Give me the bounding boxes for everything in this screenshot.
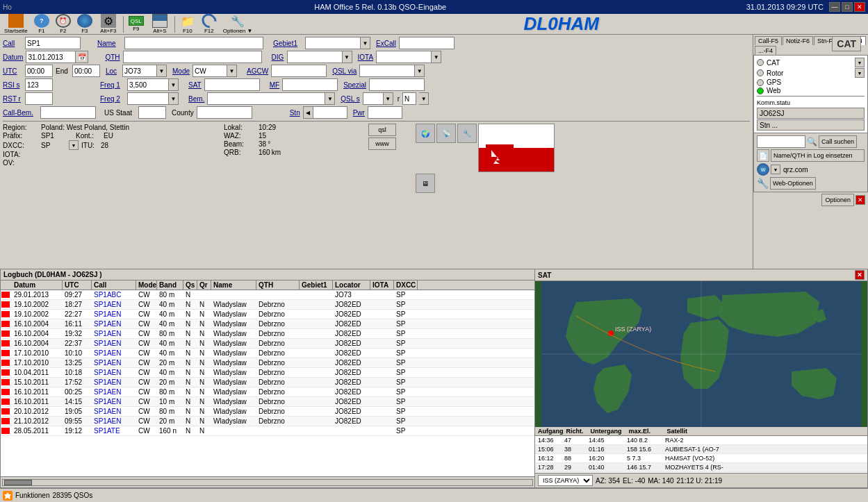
- r-arrow[interactable]: ▼: [419, 92, 429, 105]
- gebiet1-arrow[interactable]: ▼: [361, 37, 370, 49]
- optionen-button[interactable]: 🔧 Optionen ▼: [220, 12, 256, 35]
- pwr-input[interactable]: [368, 106, 402, 119]
- call-search-input[interactable]: [757, 135, 805, 148]
- qth-input[interactable]: [123, 51, 262, 63]
- gebiet1-input[interactable]: [305, 37, 361, 49]
- f12-button[interactable]: F12: [199, 12, 220, 35]
- sat-footer-az: AZ: 354: [596, 477, 620, 485]
- alts-button[interactable]: Alt+S: [147, 12, 172, 35]
- sat-select[interactable]: ISS (ZARYA): [538, 475, 593, 486]
- log-scroll-area[interactable]: 29.01.2013 09:27 SP1ABC CW 80 m N JO73 S…: [1, 290, 534, 476]
- qsl-s-arrow[interactable]: ▼: [384, 92, 393, 105]
- name-qth-button[interactable]: Name/QTH in Log einsetzen: [771, 149, 865, 162]
- utc-input[interactable]: [25, 65, 53, 77]
- callbem-input[interactable]: [40, 106, 96, 119]
- qrz-dropdown[interactable]: ▼: [771, 165, 780, 174]
- bem-arrow[interactable]: ▼: [325, 92, 335, 105]
- altf3-button[interactable]: ⚙ Alt+F3: [96, 12, 121, 35]
- sat-list-item[interactable]: 15:06 38 01:16 158 15.6 AUBIESAT-1 (AO-7: [535, 445, 867, 454]
- minimize-button[interactable]: —: [829, 2, 840, 12]
- call-input[interactable]: [25, 37, 81, 49]
- mode-input[interactable]: [193, 65, 227, 77]
- sat-list-item[interactable]: 14:36 47 14:45 140 8.2 RAX-2: [535, 436, 867, 445]
- freq1-arrow[interactable]: ▼: [169, 78, 179, 91]
- freq2-arrow[interactable]: ▼: [169, 92, 179, 105]
- rsi-input[interactable]: [25, 78, 53, 91]
- name-input[interactable]: [124, 37, 263, 49]
- r-input[interactable]: [402, 92, 416, 105]
- end-input[interactable]: [72, 65, 100, 77]
- mf-input[interactable]: [282, 78, 338, 91]
- cat-dropdown[interactable]: ▼: [855, 58, 865, 67]
- county-input[interactable]: [197, 106, 252, 119]
- rst-input[interactable]: [25, 92, 53, 105]
- qsl-via-input[interactable]: [359, 65, 415, 77]
- tab-notizf6[interactable]: Notiz-F6: [783, 36, 813, 45]
- table-row[interactable]: 21.10.2012 09:55 SP1AEN CW 20 m N N Wlad…: [1, 417, 534, 426]
- close-button[interactable]: ✕: [854, 2, 865, 12]
- loc-input[interactable]: [122, 65, 157, 77]
- web-radio[interactable]: [757, 87, 764, 94]
- qsl-s-input[interactable]: [363, 92, 384, 105]
- f2-button[interactable]: ⏰ F2: [53, 12, 74, 35]
- datum-input[interactable]: [26, 51, 76, 63]
- table-row[interactable]: 19.10.2002 22:27 SP1AEN CW 40 m N N Wlad…: [1, 310, 534, 319]
- bem-input[interactable]: [207, 92, 325, 105]
- qsl-via-arrow[interactable]: ▼: [415, 65, 425, 77]
- dig-arrow[interactable]: ▼: [343, 51, 352, 63]
- mode-arrow[interactable]: ▼: [227, 65, 237, 77]
- sat-input[interactable]: [204, 78, 260, 91]
- iota-input[interactable]: [376, 51, 432, 63]
- table-row[interactable]: 16.10.2011 00:25 SP1AEN CW 80 m N N Wlad…: [1, 387, 534, 397]
- table-row[interactable]: 19.10.2002 18:27 SP1AEN CW 40 m N N Wlad…: [1, 300, 534, 310]
- f9-button[interactable]: QSL F9: [126, 15, 147, 33]
- table-row[interactable]: 16.10.2004 16:11 SP1AEN CW 40 m N N Wlad…: [1, 319, 534, 329]
- web-optionen-button[interactable]: Web-Optionen: [770, 177, 816, 190]
- optionen-close[interactable]: ✕: [855, 195, 865, 205]
- table-row[interactable]: 15.10.2011 17:52 SP1AEN CW 20 m N N Wlad…: [1, 378, 534, 387]
- table-row[interactable]: 17.10.2010 10:10 SP1AEN CW 40 m N N Wlad…: [1, 349, 534, 358]
- loc-arrow[interactable]: ▼: [157, 65, 167, 77]
- sat-rows-area[interactable]: 14:36 47 14:45 140 8.2 RAX-2 15:06 38 01…: [535, 436, 867, 473]
- gps-radio[interactable]: [757, 79, 764, 86]
- datum-calendar[interactable]: 📅: [76, 51, 88, 63]
- f1-button[interactable]: ? F1: [31, 12, 52, 35]
- table-row[interactable]: 28.05.2011 19:12 SP1ATE CW 160 n N N SP: [1, 426, 534, 436]
- f10-button[interactable]: 📁 F10: [177, 12, 198, 35]
- startseite-button[interactable]: Startseite: [1, 12, 31, 35]
- table-row[interactable]: 20.10.2012 19:05 SP1AEN CW 80 m N N Wlad…: [1, 407, 534, 417]
- rotor-dropdown[interactable]: ▼: [855, 68, 865, 78]
- stn-left-arrow[interactable]: ◀: [303, 106, 313, 119]
- table-row[interactable]: 29.01.2013 09:27 SP1ABC CW 80 m N JO73 S…: [1, 290, 534, 300]
- flag-icon: 🌍: [416, 124, 435, 143]
- stn-input[interactable]: [313, 106, 347, 119]
- dxcc-arrow[interactable]: ▼: [69, 140, 79, 150]
- sat-list-item[interactable]: 17:28 29 01:40 146 15.7 MOZHAYETS 4 (RS-: [535, 463, 867, 472]
- us-staat-input[interactable]: [138, 106, 166, 119]
- freq2-input[interactable]: [127, 92, 169, 105]
- sat-close-button[interactable]: ✕: [855, 270, 865, 280]
- optionen-right-button[interactable]: Optionen: [821, 194, 854, 206]
- table-row[interactable]: 17.10.2010 13:25 SP1AEN CW 20 m N N Wlad…: [1, 358, 534, 368]
- excall-input[interactable]: [399, 37, 455, 49]
- iota-arrow[interactable]: ▼: [432, 51, 441, 63]
- dig-input[interactable]: [287, 51, 343, 63]
- sat-list-item[interactable]: 16:12 88 16:20 5 7.3 HAMSAT (VO-52): [535, 454, 867, 463]
- tab-callf5[interactable]: Call-F5: [755, 36, 782, 45]
- table-row[interactable]: 16.10.2004 19:32 SP1AEN CW 80 m N N Wlad…: [1, 329, 534, 339]
- table-row[interactable]: 16.10.2011 14:15 SP1AEN CW 10 m N N Wlad…: [1, 397, 534, 407]
- tab-dotf4[interactable]: ...-F4: [755, 46, 776, 55]
- agcw-input[interactable]: [271, 65, 327, 77]
- spezial-input[interactable]: [369, 78, 425, 91]
- cat-radio[interactable]: [757, 59, 764, 66]
- www-button[interactable]: www: [368, 137, 396, 150]
- maximize-button[interactable]: □: [842, 2, 853, 12]
- table-row[interactable]: 10.04.2011 10:18 SP1AEN CW 40 m N N Wlad…: [1, 368, 534, 378]
- f3-button[interactable]: F3: [74, 12, 95, 35]
- freq1-input[interactable]: [127, 78, 169, 91]
- table-row[interactable]: 16.10.2004 22:37 SP1AEN CW 40 m N N Wlad…: [1, 339, 534, 349]
- qsl-button[interactable]: qsl: [368, 124, 396, 136]
- rotor-radio[interactable]: [757, 69, 764, 76]
- log-hscroll[interactable]: [1, 476, 534, 487]
- call-suchen-button[interactable]: Call suchen: [819, 135, 857, 148]
